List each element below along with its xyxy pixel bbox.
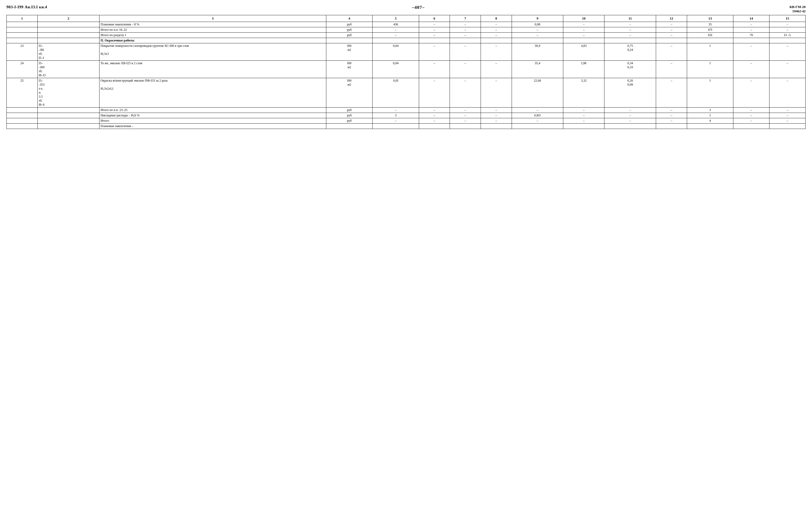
table-header-row: 1 2 3 4 5 6 7 8 9 10 11 12 13 14 15 — [7, 15, 806, 22]
cell-7-15: – — [770, 108, 806, 113]
table-row: Накладные расходы – I6,b %руб3–––0,I65––… — [7, 113, 806, 118]
cell-1-5: – — [373, 27, 419, 33]
cell-4-1: 23 — [7, 44, 38, 61]
cell-6-13: I — [687, 78, 733, 108]
cell-10-5 — [373, 123, 419, 129]
page-center: –407– — [47, 5, 789, 10]
cell-3-1 — [7, 38, 38, 44]
col-header-7: 7 — [450, 15, 481, 22]
cell-2-11: – — [605, 33, 656, 38]
cell-0-3: Плановые накопления – 8 % — [99, 22, 326, 27]
cell-5-14: – — [733, 61, 770, 78]
cell-5-4: I00м2 — [326, 61, 372, 78]
cell-10-7 — [450, 123, 481, 129]
cell-5-13: I — [687, 61, 733, 78]
cell-0-12: – — [656, 22, 687, 27]
cell-7-13: 3 — [687, 108, 733, 113]
cell-4-4: I00м2 — [326, 44, 372, 61]
cell-10-14 — [733, 123, 770, 129]
cell-5-3: То же, эмалью ХВ-I25 в 2 слоя — [99, 61, 326, 78]
table-row: Итого по разделу Iруб––––––––65I70I3 –5 — [7, 33, 806, 38]
cell-1-2 — [37, 27, 99, 33]
cell-4-12: – — [656, 44, 687, 61]
cell-3-11 — [605, 38, 656, 44]
main-table: 1 2 3 4 5 6 7 8 9 10 11 12 13 14 15 План… — [6, 15, 806, 129]
cell-7-12: – — [656, 108, 687, 113]
cell-9-13: 4 — [687, 118, 733, 123]
cell-1-10: – — [563, 27, 605, 33]
cell-2-12: – — [656, 33, 687, 38]
cell-4-11: 0,750,24 — [605, 44, 656, 61]
cell-5-7: – — [450, 61, 481, 78]
cell-9-5: – — [373, 118, 419, 123]
page-top-right: КВ-ГМ-20 19462-42 — [789, 5, 806, 13]
cell-0-15: – — [770, 22, 806, 27]
cell-9-10: – — [563, 118, 605, 123]
col-header-9: 9 — [512, 15, 563, 22]
cell-7-1 — [7, 108, 38, 113]
cell-2-2 — [37, 33, 99, 38]
cell-10-8 — [481, 123, 512, 129]
cell-2-3: Итого по разделу I — [99, 33, 326, 38]
col-header-12: 12 — [656, 15, 687, 22]
cell-2-10: – — [563, 33, 605, 38]
page-title: 903-I-I99 Ан.I3.I кн.4 — [6, 5, 47, 9]
cell-2-15: I3 –5 — [770, 33, 806, 38]
cell-8-1 — [7, 113, 38, 118]
cell-6-9: 22,66 — [512, 78, 563, 108]
cell-10-3: Плановые накопления – — [99, 123, 326, 129]
cell-5-1: 24 — [7, 61, 38, 78]
cell-3-7 — [450, 38, 481, 44]
cell-3-3: П. Окрасочные работы — [99, 38, 326, 44]
cell-1-6: – — [419, 27, 450, 33]
table-row: Итого:руб––––––––4–– — [7, 118, 806, 123]
table-row: П. Окрасочные работы — [7, 38, 806, 44]
cell-8-11: – — [605, 113, 656, 118]
cell-0-13: 35 — [687, 22, 733, 27]
cell-1-1 — [7, 27, 38, 33]
cell-1-7: – — [450, 27, 481, 33]
cell-3-8 — [481, 38, 512, 44]
cell-5-10: I,98 — [563, 61, 605, 78]
col-header-1: 1 — [7, 15, 38, 22]
col-header-14: 14 — [733, 15, 770, 22]
cell-9-3: Итого: — [99, 118, 326, 123]
cell-0-9: 0,08 — [512, 22, 563, 27]
cell-3-5 — [373, 38, 419, 44]
cell-8-9: 0,I65 — [512, 113, 563, 118]
cell-1-12: – — [656, 27, 687, 33]
cell-10-15 — [770, 123, 806, 129]
col-header-5: 5 — [373, 15, 419, 22]
cell-10-2 — [37, 123, 99, 129]
cell-7-11: – — [605, 108, 656, 113]
cell-0-5: 436 — [373, 22, 419, 27]
cell-4-15: – — [770, 44, 806, 61]
cell-1-8: – — [481, 27, 512, 33]
cell-1-15: – — [770, 27, 806, 33]
col-header-3: 3 — [99, 15, 326, 22]
cell-10-1 — [7, 123, 38, 129]
cell-9-7: – — [450, 118, 481, 123]
table-row: 24I3––I60тб.I8–I3То же, эмалью ХВ-I25 в … — [7, 61, 806, 78]
cell-8-12: – — [656, 113, 687, 118]
cell-3-10 — [563, 38, 605, 44]
cell-4-14: – — [733, 44, 770, 61]
cell-2-13: 65I — [687, 33, 733, 38]
cell-4-2: I3––II6тб.I5–I — [37, 44, 99, 61]
page-header: 903-I-I99 Ан.I3.I кн.4 –407– КВ-ГМ-20 19… — [6, 5, 806, 13]
cell-4-3: Покрытие поверхности газопроводов грунто… — [99, 44, 326, 61]
cell-6-14: – — [733, 78, 770, 108]
table-row: Плановые накопления – — [7, 123, 806, 129]
cell-1-11: – — [605, 27, 656, 33]
cell-6-8: – — [481, 78, 512, 108]
cell-7-4: руб — [326, 108, 372, 113]
cell-6-10: 3,32 — [563, 78, 605, 108]
cell-8-3: Накладные расходы – I6,b % — [99, 113, 326, 118]
cell-6-1: 25 — [7, 78, 38, 108]
cell-5-8: – — [481, 61, 512, 78]
cell-8-2 — [37, 113, 99, 118]
cell-7-9: – — [512, 108, 563, 113]
col-header-8: 8 — [481, 15, 512, 22]
cell-0-14: – — [733, 22, 770, 27]
cell-9-9: – — [512, 118, 563, 123]
